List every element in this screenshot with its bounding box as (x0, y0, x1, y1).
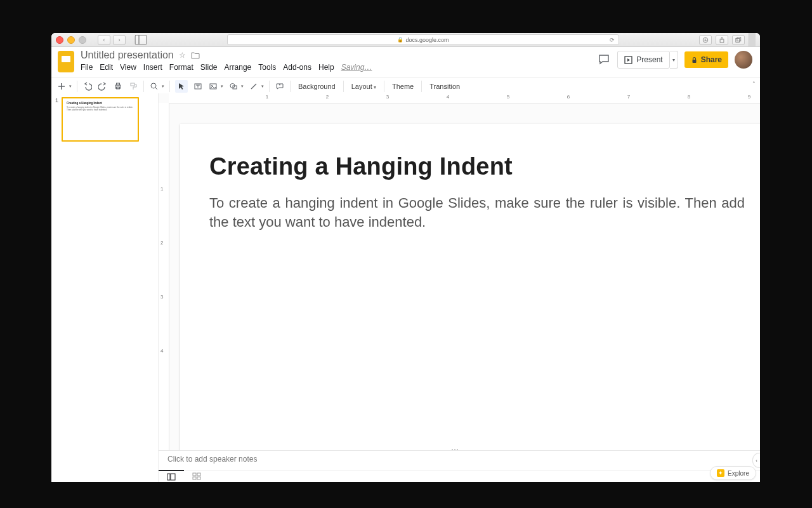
slide-thumbnail[interactable]: Creating a Hanging Indent To create a ha… (62, 97, 139, 142)
ruler-tick: 4 (160, 348, 163, 354)
ruler-tick: 9 (748, 94, 750, 100)
layout-button[interactable]: Layout (349, 83, 379, 90)
toolbar: ▾ ▾ ▾ ▾ ▾ Background Layout Theme Transi… (51, 77, 760, 95)
image-button[interactable] (208, 81, 218, 91)
close-window-button[interactable] (56, 36, 63, 44)
slides-logo-icon[interactable] (58, 51, 74, 72)
safari-sidebar-handle[interactable] (749, 33, 756, 46)
svg-line-27 (251, 84, 256, 89)
ruler-tick: 8 (688, 94, 690, 100)
ruler-tick: 3 (386, 94, 389, 100)
ruler-tick: 5 (507, 94, 509, 100)
explore-button[interactable]: ✦ Explore (710, 466, 756, 480)
address-bar[interactable]: 🔒 docs.google.com ⟳ (227, 34, 619, 45)
speaker-notes[interactable]: Click to add speaker notes (159, 450, 760, 471)
document-title[interactable]: Untitled presentation (81, 50, 174, 61)
theme-button[interactable]: Theme (390, 83, 416, 90)
present-dropdown[interactable]: ▾ (670, 51, 678, 69)
share-button-safari[interactable] (716, 35, 728, 45)
svg-rect-6 (736, 38, 740, 42)
bottom-bar: ✦ Explore (159, 470, 760, 482)
present-button[interactable]: Present (617, 51, 669, 69)
menu-file[interactable]: File (81, 63, 93, 72)
line-button[interactable] (249, 81, 259, 91)
star-icon[interactable]: ☆ (179, 51, 186, 60)
downloads-button[interactable] (699, 35, 712, 45)
minimize-window-button[interactable] (67, 36, 75, 44)
svg-rect-10 (692, 60, 696, 63)
shape-button[interactable] (228, 81, 239, 91)
menu-arrange[interactable]: Arrange (225, 63, 252, 72)
new-slide-button[interactable] (56, 81, 67, 91)
ruler-tick: 4 (447, 94, 449, 100)
svg-rect-0 (135, 35, 147, 44)
toolbar-separator (343, 81, 344, 92)
ruler-tick: 1 (266, 94, 268, 100)
paint-format-button[interactable] (128, 81, 138, 91)
docs-header: Untitled presentation ☆ File Edit View I… (51, 47, 760, 77)
filmstrip-view-button[interactable] (159, 470, 184, 482)
menu-bar: File Edit View Insert Format Slide Arran… (81, 63, 372, 72)
move-to-folder-icon[interactable] (191, 51, 200, 59)
background-button[interactable]: Background (296, 83, 338, 90)
explore-icon: ✦ (717, 469, 724, 477)
toolbar-separator (269, 81, 270, 92)
select-tool-button[interactable] (175, 80, 188, 93)
svg-rect-32 (193, 473, 196, 476)
notes-resize-handle[interactable] (452, 449, 467, 451)
ruler-vertical[interactable]: 1 2 3 4 (159, 103, 169, 482)
print-button[interactable] (113, 81, 123, 91)
reload-icon[interactable]: ⟳ (610, 37, 615, 43)
zoom-dropdown[interactable]: ▾ (162, 84, 164, 89)
menu-format[interactable]: Format (169, 63, 193, 72)
menu-tools[interactable]: Tools (258, 63, 276, 72)
share-button[interactable]: Share (684, 51, 728, 68)
present-label: Present (636, 55, 662, 64)
ruler-tick: 6 (567, 94, 570, 100)
menu-view[interactable]: View (120, 63, 136, 72)
account-avatar[interactable] (735, 51, 752, 69)
comments-button[interactable] (597, 53, 611, 67)
toolbar-separator (421, 81, 422, 92)
svg-rect-7 (737, 37, 741, 41)
toolbar-separator (143, 81, 144, 92)
svg-marker-9 (627, 58, 630, 62)
menu-help[interactable]: Help (318, 63, 334, 72)
comment-button[interactable] (275, 81, 285, 91)
toolbar-separator (384, 81, 384, 92)
redo-button[interactable] (98, 81, 108, 91)
sidebar-toggle-button[interactable] (134, 35, 147, 45)
tabs-button[interactable] (732, 35, 745, 45)
new-slide-dropdown[interactable]: ▾ (69, 84, 72, 89)
transition-button[interactable]: Transition (427, 83, 462, 90)
svg-rect-14 (117, 83, 120, 85)
menu-edit[interactable]: Edit (100, 63, 113, 72)
toolbar-separator (77, 81, 77, 92)
zoom-button[interactable] (149, 81, 159, 91)
share-label: Share (701, 55, 722, 64)
forward-button[interactable]: › (113, 35, 126, 45)
textbox-button[interactable] (193, 81, 203, 91)
filmstrip[interactable]: 1 Creating a Hanging Indent To create a … (51, 93, 159, 482)
toolbar-separator (290, 81, 291, 92)
image-dropdown[interactable]: ▾ (221, 84, 223, 89)
slide-canvas[interactable]: Creating a Hanging Indent To create a ha… (180, 124, 760, 454)
browser-window: ‹ › 🔒 docs.google.com ⟳ (51, 33, 760, 482)
menu-insert[interactable]: Insert (143, 63, 162, 72)
slide-body-text[interactable]: To create a hanging indent in Google Sli… (209, 194, 745, 231)
svg-rect-34 (193, 477, 196, 479)
svg-rect-31 (171, 474, 175, 480)
safari-toolbar: ‹ › 🔒 docs.google.com ⟳ (51, 33, 760, 47)
undo-button[interactable] (82, 81, 93, 91)
lock-icon: 🔒 (397, 37, 403, 43)
maximize-window-button[interactable] (79, 36, 86, 44)
menu-slide[interactable]: Slide (200, 63, 218, 72)
menu-addons[interactable]: Add-ons (283, 63, 311, 72)
ruler-horizontal[interactable]: 1 2 3 4 5 6 7 8 9 (169, 93, 760, 104)
shape-dropdown[interactable]: ▾ (241, 84, 244, 89)
collapse-toolbar-button[interactable]: ˆ (753, 81, 755, 88)
grid-view-button[interactable] (184, 471, 209, 482)
slide-title[interactable]: Creating a Hanging Indent (209, 153, 513, 180)
back-button[interactable]: ‹ (98, 35, 110, 45)
line-dropdown[interactable]: ▾ (261, 84, 264, 89)
